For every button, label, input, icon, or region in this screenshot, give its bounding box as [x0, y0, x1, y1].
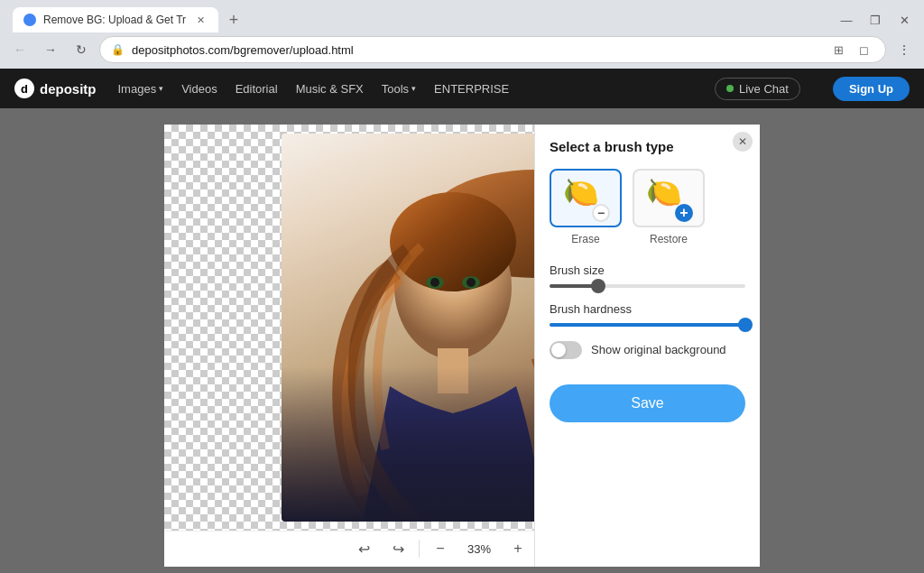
new-tab-button[interactable]: +	[222, 8, 245, 32]
brush-size-thumb	[591, 279, 605, 293]
erase-fruit-emoji: 🍋	[563, 176, 599, 208]
address-bar-row: ← → ↻ 🔒 depositphotos.com/bgremover/uplo…	[0, 32, 924, 69]
undo-button[interactable]: ↩	[350, 535, 377, 562]
browser-chrome: Remove BG: Upload & Get Tr ✕ + — ❐ ✕ ← →…	[0, 0, 924, 69]
brush-hardness-thumb	[738, 318, 753, 332]
restore-fruit-emoji: 🍋	[646, 176, 682, 208]
erase-fruit-container: 🍋 −	[563, 175, 608, 220]
zoom-out-button[interactable]: −	[427, 535, 454, 562]
panel-title: Select a brush type	[550, 139, 745, 154]
toggle-knob	[551, 343, 566, 357]
tab-close-button[interactable]: ✕	[193, 13, 208, 27]
erase-label: Erase	[571, 233, 599, 245]
translate-button[interactable]: ⊞	[827, 39, 849, 60]
restore-fruit-container: 🍋 +	[646, 175, 691, 220]
reload-button[interactable]: ↻	[69, 37, 94, 62]
site-logo: d depositp	[14, 79, 97, 98]
nav-item-enterprise[interactable]: ENTERPRISE	[434, 82, 509, 96]
toolbar-separator-1	[419, 540, 420, 558]
close-button[interactable]: ✕	[892, 7, 917, 32]
nav-item-music[interactable]: Music & SFX	[296, 82, 364, 96]
nav-item-images[interactable]: Images ▾	[118, 82, 164, 96]
original-background-toggle[interactable]	[550, 341, 582, 359]
window-controls: — ❐ ✕	[834, 7, 917, 32]
extensions-button[interactable]: ⋮	[892, 37, 917, 62]
tools-arrow-icon: ▾	[411, 84, 416, 93]
site-navbar: d depositp Images ▾ Videos Editorial Mus…	[0, 69, 924, 108]
nav-item-editorial[interactable]: Editorial	[236, 82, 278, 96]
nav-items: Images ▾ Videos Editorial Music & SFX To…	[118, 82, 693, 96]
restore-label: Restore	[650, 233, 688, 245]
zoom-in-button[interactable]: +	[504, 535, 531, 562]
brush-hardness-section: Brush hardness	[550, 302, 745, 327]
maximize-button[interactable]: ❐	[863, 7, 888, 32]
original-background-toggle-row: Show original background	[550, 341, 745, 359]
redo-button[interactable]: ↪	[384, 535, 411, 562]
live-chat-button[interactable]: Live Chat	[715, 78, 800, 100]
nav-item-videos[interactable]: Videos	[181, 82, 217, 96]
live-chat-dot-icon	[726, 85, 734, 92]
panel-close-button[interactable]: ✕	[733, 132, 753, 152]
brush-hardness-fill	[550, 323, 745, 327]
erase-indicator-icon: −	[592, 204, 610, 222]
images-arrow-icon: ▾	[159, 84, 163, 93]
forward-button[interactable]: →	[38, 37, 63, 62]
brush-hardness-label: Brush hardness	[550, 302, 745, 316]
signup-button[interactable]: Sign Up	[833, 77, 910, 101]
profile-button[interactable]: ◻	[853, 39, 874, 60]
brush-type-row: 🍋 − Erase 🍋 + Restore	[550, 169, 745, 245]
erase-brush-option[interactable]: 🍋 − Erase	[550, 169, 622, 245]
brush-size-slider[interactable]	[550, 284, 745, 288]
svg-point-6	[430, 278, 439, 287]
editor-area: ↩ ↪ − 33% + ✋ ✕ Select a brush type 🍋 −	[164, 125, 760, 567]
svg-point-7	[467, 278, 476, 287]
active-tab[interactable]: Remove BG: Upload & Get Tr ✕	[13, 7, 218, 32]
address-actions: ⊞ ◻	[827, 39, 874, 60]
nav-item-tools[interactable]: Tools ▾	[382, 82, 416, 96]
extensions-area: ⋮	[892, 37, 917, 62]
save-button[interactable]: Save	[550, 384, 745, 422]
url-display: depositphotos.com/bgremover/upload.html	[132, 43, 820, 57]
restore-brush-option[interactable]: 🍋 + Restore	[633, 169, 705, 245]
erase-brush-icon-box: 🍋 −	[550, 169, 622, 227]
tab-bar: Remove BG: Upload & Get Tr ✕ + — ❐ ✕	[0, 0, 924, 32]
logo-text: depositp	[40, 81, 97, 97]
restore-indicator-icon: +	[675, 204, 693, 222]
logo-icon: d	[14, 79, 34, 98]
brush-size-section: Brush size	[550, 263, 745, 288]
address-bar[interactable]: 🔒 depositphotos.com/bgremover/upload.htm…	[99, 36, 886, 63]
live-chat-label: Live Chat	[739, 82, 789, 96]
svg-point-2	[390, 192, 516, 291]
back-button[interactable]: ←	[7, 37, 32, 62]
svg-rect-3	[438, 348, 468, 393]
brush-hardness-slider[interactable]	[550, 323, 745, 327]
brush-size-label: Brush size	[550, 263, 745, 277]
tab-title: Remove BG: Upload & Get Tr	[43, 14, 186, 26]
minimize-button[interactable]: —	[834, 7, 859, 32]
main-area: ↩ ↪ − 33% + ✋ ✕ Select a brush type 🍋 −	[0, 108, 924, 573]
tab-favicon	[23, 14, 36, 26]
right-panel: ✕ Select a brush type 🍋 − Erase	[534, 125, 760, 567]
restore-brush-icon-box: 🍋 +	[633, 169, 705, 227]
lock-icon: 🔒	[111, 43, 125, 56]
zoom-level-display: 33%	[461, 542, 497, 556]
toggle-label: Show original background	[591, 343, 726, 356]
